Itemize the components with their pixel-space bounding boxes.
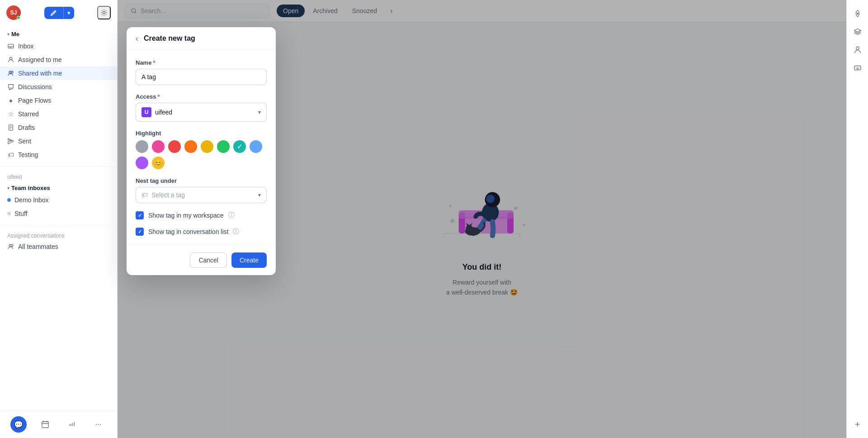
me-header: ▾ Me bbox=[0, 27, 117, 39]
chat-nav-button[interactable]: 💬 bbox=[10, 416, 27, 433]
modal-back-button[interactable]: ‹ bbox=[136, 34, 138, 43]
show-conversation-label: Show tag in conversation list bbox=[148, 228, 228, 235]
demo-inbox-label: Demo Inbox bbox=[14, 196, 48, 204]
inbox-icon bbox=[7, 43, 14, 50]
dot-small-icon: ● bbox=[7, 97, 14, 104]
show-workspace-checkbox[interactable] bbox=[136, 211, 144, 219]
layers-icon bbox=[854, 28, 862, 36]
sidebar-item-demo-inbox[interactable]: Demo Inbox bbox=[0, 193, 117, 207]
drafts-label: Drafts bbox=[18, 124, 35, 131]
nest-chevron-icon: ▾ bbox=[258, 192, 261, 198]
team-inboxes-header[interactable]: ▾ Team inboxes bbox=[0, 181, 117, 193]
sidebar-item-assigned[interactable]: Assigned to me bbox=[0, 53, 117, 67]
rocket-panel-button[interactable] bbox=[849, 5, 866, 22]
show-conversation-checkbox[interactable] bbox=[136, 228, 144, 236]
swatch-yellow[interactable] bbox=[201, 140, 213, 153]
nest-tag-select[interactable]: 🏷 Select a tag ▾ bbox=[136, 187, 267, 203]
swatch-orange[interactable] bbox=[184, 140, 197, 153]
keyboard-icon bbox=[854, 64, 862, 72]
sidebar-item-page-flows[interactable]: ● Page Flows bbox=[0, 94, 117, 107]
swatch-blue[interactable] bbox=[250, 140, 262, 153]
inbox-label: Inbox bbox=[18, 43, 33, 50]
modal-body: Name * Access * U uifeed ▾ bbox=[127, 50, 276, 245]
sidebar-item-inbox[interactable]: Inbox bbox=[0, 39, 117, 53]
swatch-pink[interactable] bbox=[152, 140, 165, 153]
svg-point-30 bbox=[857, 13, 858, 14]
create-tag-modal: ‹ Create new tag Name * Access * bbox=[127, 27, 276, 275]
swatch-purple[interactable] bbox=[136, 157, 148, 169]
workspace-label: uifeed bbox=[0, 171, 117, 181]
star-icon: ☆ bbox=[7, 110, 14, 118]
create-button[interactable]: Create bbox=[231, 252, 267, 268]
assigned-conv-label: Assigned conversations bbox=[0, 230, 117, 240]
demo-inbox-dot bbox=[7, 198, 11, 202]
bottom-nav: 💬 ··· bbox=[0, 410, 117, 438]
compose-chevron-button[interactable]: ▾ bbox=[63, 7, 74, 19]
swatch-emoji[interactable]: 😊 bbox=[152, 157, 165, 169]
compose-button[interactable] bbox=[44, 7, 63, 19]
sidebar-item-shared[interactable]: Shared with me bbox=[0, 67, 117, 80]
divider-2 bbox=[0, 225, 117, 225]
svg-rect-8 bbox=[42, 422, 48, 428]
gear-icon bbox=[100, 9, 108, 16]
modal-title: Create new tag bbox=[144, 34, 195, 43]
online-dot bbox=[17, 16, 20, 19]
swatch-teal[interactable] bbox=[233, 140, 246, 153]
main-area: Search... Open Archived Snoozed › bbox=[118, 0, 846, 438]
layers-panel-button[interactable] bbox=[849, 24, 866, 40]
calendar-nav-button[interactable] bbox=[37, 416, 53, 433]
workspace-info-icon[interactable]: ⓘ bbox=[228, 211, 235, 219]
access-label: Access * bbox=[136, 93, 267, 100]
name-label: Name * bbox=[136, 59, 267, 66]
compose-group: ▾ bbox=[44, 7, 74, 19]
show-conversation-row: Show tag in conversation list ⓘ bbox=[136, 228, 267, 236]
pencil-icon bbox=[51, 10, 57, 16]
color-swatches: 😊 bbox=[136, 140, 267, 169]
shared-label: Shared with me bbox=[18, 70, 62, 77]
stuff-label: Stuff bbox=[14, 210, 28, 217]
sidebar-item-discussions[interactable]: Discussions bbox=[0, 80, 117, 94]
rocket-icon bbox=[854, 10, 862, 18]
highlight-field-group: Highlight 😊 bbox=[136, 130, 267, 169]
name-input[interactable] bbox=[136, 69, 267, 85]
modal-footer: Cancel Create bbox=[127, 245, 276, 275]
sidebar-item-starred[interactable]: ☆ Starred bbox=[0, 107, 117, 121]
avatar[interactable]: SJ bbox=[6, 5, 21, 20]
workspace-badge: U bbox=[142, 107, 151, 117]
collapse-icon: ▾ bbox=[7, 32, 9, 37]
file-icon bbox=[7, 124, 14, 131]
access-chevron-icon: ▾ bbox=[258, 109, 261, 115]
settings-button[interactable] bbox=[97, 6, 111, 19]
sidebar-item-drafts[interactable]: Drafts bbox=[0, 121, 117, 134]
assigned-section: Assigned conversations All teammates bbox=[0, 228, 117, 255]
chevron-down-icon: ▾ bbox=[67, 10, 71, 16]
sidebar-item-testing[interactable]: 🏷 Testing bbox=[0, 148, 117, 162]
swatch-red[interactable] bbox=[168, 140, 181, 153]
access-select[interactable]: U uifeed ▾ bbox=[136, 103, 267, 122]
page-flows-label: Page Flows bbox=[18, 97, 51, 104]
sidebar-item-all-teammates[interactable]: All teammates bbox=[0, 240, 117, 253]
chat-icon bbox=[7, 83, 14, 90]
nest-tag-icon: 🏷 bbox=[142, 191, 148, 199]
nest-tag-field-group: Nest tag under 🏷 Select a tag ▾ bbox=[136, 177, 267, 203]
person-icon bbox=[7, 56, 14, 63]
sidebar-top: SJ ▾ bbox=[0, 0, 117, 25]
person-panel-button[interactable] bbox=[849, 42, 866, 58]
sent-label: Sent bbox=[18, 138, 31, 145]
keyboard-panel-button[interactable] bbox=[849, 60, 866, 76]
divider-1 bbox=[0, 166, 117, 167]
cancel-button[interactable]: Cancel bbox=[190, 252, 227, 268]
more-nav-button[interactable]: ··· bbox=[90, 416, 107, 433]
svg-point-31 bbox=[856, 47, 859, 49]
discussions-label: Discussions bbox=[18, 83, 52, 90]
swatch-green[interactable] bbox=[217, 140, 230, 153]
add-panel-button[interactable]: + bbox=[849, 416, 866, 433]
svg-point-7 bbox=[11, 244, 13, 246]
svg-point-0 bbox=[103, 12, 105, 14]
chart-nav-button[interactable] bbox=[64, 416, 80, 433]
swatch-gray[interactable] bbox=[136, 140, 148, 153]
sidebar-item-sent[interactable]: Sent bbox=[0, 134, 117, 148]
sidebar-item-stuff[interactable]: Stuff bbox=[0, 207, 117, 220]
show-workspace-row: Show tag in my workspace ⓘ bbox=[136, 211, 267, 219]
conversation-info-icon[interactable]: ⓘ bbox=[233, 228, 239, 236]
